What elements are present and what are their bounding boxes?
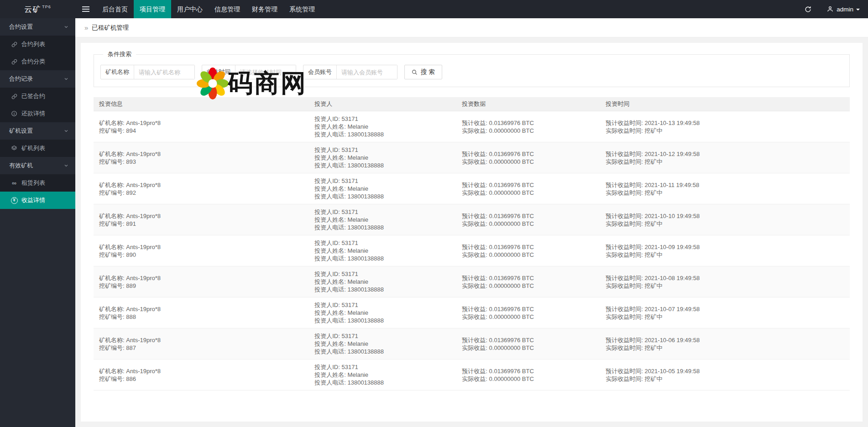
table-row: 矿机名称: Ants-19pro*8挖矿编号: 889投资人ID: 53171投… — [94, 266, 850, 297]
cell-invest-info: 矿机名称: Ants-19pro*8挖矿编号: 894 — [94, 111, 309, 142]
cell-invest-time: 预计收益时间: 2021-10-13 19:49:58实际收益时间: 挖矿中 — [600, 111, 850, 142]
breadcrumb: » 已租矿机管理 — [75, 18, 868, 37]
nav-tab-3[interactable]: 信息管理 — [209, 0, 246, 18]
search-field-label-1: 收益时间 — [202, 65, 235, 79]
cell-invest-time: 预计收益时间: 2021-10-09 19:49:58实际收益时间: 挖矿中 — [600, 235, 850, 266]
sidebar-group-label: 矿机设置 — [9, 127, 33, 135]
cell-invest-time: 预计收益时间: 2021-10-06 19:49:58实际收益时间: 挖矿中 — [600, 328, 850, 359]
nav-tab-1[interactable]: 项目管理 — [134, 0, 171, 18]
sidebar-group-0[interactable]: 合约设置 — [0, 18, 75, 36]
app: 云矿TP6 后台首页项目管理用户中心信息管理财务管理系统管理 admin 合约设… — [0, 0, 868, 427]
cell-invest-time: 预计收益时间: 2021-10-10 19:49:58实际收益时间: 挖矿中 — [600, 204, 850, 235]
cell-investor: 投资人ID: 53171投资人姓名: Melanie投资人电话: 1380013… — [309, 142, 456, 173]
table-row: 矿机名称: Ants-19pro*8挖矿编号: 893投资人ID: 53171投… — [94, 142, 850, 173]
cell-invest-data: 预计收益: 0.01369976 BTC实际收益: 0.00000000 BTC — [456, 142, 600, 173]
search-input-2[interactable] — [337, 65, 397, 79]
table-row: 矿机名称: Ants-19pro*8挖矿编号: 888投资人ID: 53171投… — [94, 297, 850, 328]
cell-invest-data: 预计收益: 0.01369976 BTC实际收益: 0.00000000 BTC — [456, 328, 600, 359]
cell-invest-info: 矿机名称: Ants-19pro*8挖矿编号: 893 — [94, 142, 309, 173]
sidebar-item-label: 租赁列表 — [21, 179, 45, 187]
sidebar-item-4[interactable]: 已签合约 — [0, 88, 75, 105]
cell-invest-data: 预计收益: 0.01369976 BTC实际收益: 0.00000000 BTC — [456, 359, 600, 391]
sidebar-item-1[interactable]: 合约列表 — [0, 36, 75, 53]
cell-invest-data: 预计收益: 0.01369976 BTC实际收益: 0.00000000 BTC — [456, 297, 600, 328]
search-field-group-2: 会员账号 — [303, 65, 397, 79]
info-circle-icon — [9, 110, 19, 117]
sidebar-item-2[interactable]: 合约分类 — [0, 53, 75, 70]
sidebar-item-9[interactable]: ∞租赁列表 — [0, 174, 75, 192]
sidebar-item-label: 已签合约 — [21, 92, 45, 100]
sidebar-item-label: 收益详情 — [21, 196, 45, 204]
table-row: 矿机名称: Ants-19pro*8挖矿编号: 890投资人ID: 53171投… — [94, 235, 850, 266]
cell-invest-data: 预计收益: 0.01369976 BTC实际收益: 0.00000000 BTC — [456, 173, 600, 204]
search-fieldset: 条件搜索 矿机名称收益时间会员账号搜 索 — [94, 50, 850, 87]
layers-icon — [9, 145, 19, 151]
sidebar-item-7[interactable]: 矿机列表 — [0, 140, 75, 157]
logo-version: TP6 — [42, 5, 51, 9]
content-area: » 已租矿机管理 条件搜索 矿机名称收益时间会员账号搜 索 投资信息投资人投资数… — [75, 18, 868, 427]
cell-invest-data: 预计收益: 0.01369976 BTC实际收益: 0.00000000 BTC — [456, 235, 600, 266]
username: admin — [837, 6, 853, 13]
infinity-icon: ∞ — [9, 180, 19, 186]
cell-investor: 投资人ID: 53171投资人姓名: Melanie投资人电话: 1380013… — [309, 235, 456, 266]
link-icon — [9, 42, 19, 47]
sidebar-item-label: 还款详情 — [21, 109, 45, 118]
user-icon — [826, 5, 834, 13]
cell-invest-info: 矿机名称: Ants-19pro*8挖矿编号: 889 — [94, 266, 309, 297]
sidebar-group-6[interactable]: 矿机设置 — [0, 122, 75, 140]
cell-investor: 投资人ID: 53171投资人姓名: Melanie投资人电话: 1380013… — [309, 359, 456, 391]
cell-invest-time: 预计收益时间: 2021-10-11 19:49:58实际收益时间: 挖矿中 — [600, 173, 850, 204]
search-input-0[interactable] — [134, 65, 194, 79]
table-header-0: 投资信息 — [94, 97, 309, 111]
navbar-spacer — [321, 0, 797, 18]
cell-investor: 投资人ID: 53171投资人姓名: Melanie投资人电话: 1380013… — [309, 297, 456, 328]
search-field-group-0: 矿机名称 — [100, 65, 195, 79]
sidebar-group-8[interactable]: 有效矿机 — [0, 157, 75, 174]
table-row: 矿机名称: Ants-19pro*8挖矿编号: 892投资人ID: 53171投… — [94, 173, 850, 204]
breadcrumb-arrow-icon: » — [84, 24, 88, 31]
search-button[interactable]: 搜 索 — [404, 65, 442, 79]
sidebar-group-3[interactable]: 合约记录 — [0, 70, 75, 88]
chevron-down-icon — [63, 128, 69, 134]
hamburger-icon[interactable] — [75, 0, 96, 18]
search-row: 矿机名称收益时间会员账号搜 索 — [100, 65, 843, 79]
sidebar-group-label: 合约记录 — [9, 75, 33, 83]
cell-invest-data: 预计收益: 0.01369976 BTC实际收益: 0.00000000 BTC — [456, 266, 600, 297]
cell-investor: 投资人ID: 53171投资人姓名: Melanie投资人电话: 1380013… — [309, 204, 456, 235]
main-layout: 合约设置合约列表合约分类合约记录已签合约还款详情矿机设置矿机列表有效矿机∞租赁列… — [0, 18, 868, 427]
table-row: 矿机名称: Ants-19pro*8挖矿编号: 887投资人ID: 53171投… — [94, 328, 850, 359]
cell-invest-time: 预计收益时间: 2021-10-05 19:49:58实际收益时间: 挖矿中 — [600, 359, 850, 391]
refresh-icon[interactable] — [797, 0, 818, 18]
search-legend: 条件搜索 — [103, 50, 136, 58]
sidebar-item-5[interactable]: 还款详情 — [0, 105, 75, 122]
search-field-label-2: 会员账号 — [303, 65, 337, 79]
nav-tab-0[interactable]: 后台首页 — [96, 0, 134, 18]
page-title: 已租矿机管理 — [92, 24, 129, 32]
table-header-2: 投资数据 — [456, 97, 600, 111]
table-header-3: 投资时间 — [600, 97, 850, 111]
logo-text: 云矿 — [24, 4, 41, 15]
sidebar-item-label: 矿机列表 — [21, 144, 45, 152]
cell-invest-info: 矿机名称: Ants-19pro*8挖矿编号: 892 — [94, 173, 309, 204]
sidebar-item-10[interactable]: ¥收益详情 — [0, 192, 75, 209]
chevron-down-icon — [63, 76, 69, 82]
nav-tab-2[interactable]: 用户中心 — [171, 0, 209, 18]
user-menu[interactable]: admin — [818, 0, 868, 18]
search-input-1[interactable] — [235, 65, 296, 79]
search-field-label-0: 矿机名称 — [101, 65, 134, 79]
sidebar: 合约设置合约列表合约分类合约记录已签合约还款详情矿机设置矿机列表有效矿机∞租赁列… — [0, 18, 75, 427]
cell-invest-time: 预计收益时间: 2021-10-12 19:49:58实际收益时间: 挖矿中 — [600, 142, 850, 173]
app-logo: 云矿TP6 — [0, 0, 75, 18]
cell-invest-data: 预计收益: 0.01369976 BTC实际收益: 0.00000000 BTC — [456, 111, 600, 142]
nav-tab-5[interactable]: 系统管理 — [283, 0, 321, 18]
chevron-down-icon — [63, 163, 69, 168]
nav-tab-4[interactable]: 财务管理 — [246, 0, 283, 18]
cell-invest-info: 矿机名称: Ants-19pro*8挖矿编号: 888 — [94, 297, 309, 328]
search-button-label: 搜 索 — [421, 68, 435, 76]
sidebar-group-label: 有效矿机 — [9, 161, 33, 170]
cell-invest-data: 预计收益: 0.01369976 BTC实际收益: 0.00000000 BTC — [456, 204, 600, 235]
table-row: 矿机名称: Ants-19pro*8挖矿编号: 894投资人ID: 53171投… — [94, 111, 850, 142]
table-row: 矿机名称: Ants-19pro*8挖矿编号: 886投资人ID: 53171投… — [94, 359, 850, 391]
search-icon — [412, 69, 418, 75]
nav-tabs: 后台首页项目管理用户中心信息管理财务管理系统管理 — [96, 0, 321, 18]
